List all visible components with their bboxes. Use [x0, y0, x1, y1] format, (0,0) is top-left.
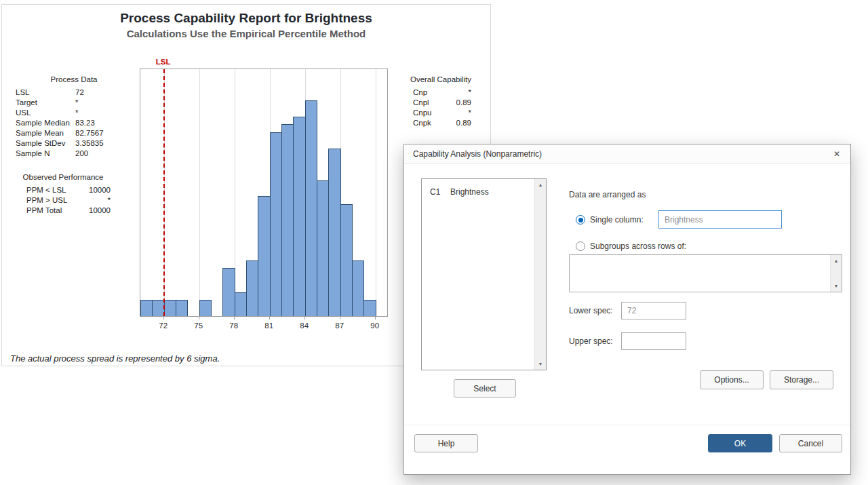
subgroups-label: Subgroups across rows of:	[590, 241, 686, 251]
stat-value: 200	[75, 149, 88, 159]
histogram-bar	[140, 300, 153, 316]
stat-row: Cnp*	[406, 88, 475, 98]
tick-label: 81	[264, 322, 273, 330]
stat-row: USL*	[16, 108, 132, 118]
subgroups-input[interactable]	[570, 255, 829, 292]
stat-value: *	[432, 108, 472, 118]
stat-label: USL	[16, 108, 75, 118]
lower-spec-label: Lower spec:	[569, 306, 613, 315]
histogram-bar	[328, 149, 340, 316]
footer-divider	[404, 425, 850, 425]
scroll-up-icon[interactable]: ▲	[535, 179, 546, 191]
single-column-radio[interactable]	[576, 215, 585, 225]
lower-spec-input[interactable]	[621, 302, 686, 319]
tick-label: 84	[300, 322, 309, 330]
process-data-header: Process Data	[16, 75, 132, 83]
histogram-bar	[293, 117, 305, 316]
single-column-input[interactable]	[658, 210, 782, 229]
scroll-up-icon[interactable]: ▲	[831, 255, 842, 267]
stat-value: 82.7567	[75, 128, 104, 138]
tick-label: 87	[335, 322, 344, 330]
histogram-bar	[340, 204, 353, 316]
gridline	[199, 69, 200, 316]
stat-value: 0.89	[429, 98, 471, 108]
overall-capability-rows: Cnp*Cnpl0.89Cnpu*Cnpk0.89	[406, 88, 475, 128]
dialog-titlebar[interactable]: Capability Analysis (Nonparametric)	[404, 144, 850, 163]
columns-list: C1Brightness	[422, 179, 546, 197]
stat-label: Sample StDev	[16, 138, 75, 149]
stat-label: Cnpl	[413, 98, 429, 108]
histogram-bar	[305, 100, 317, 316]
x-axis: 72757881848790	[140, 317, 388, 333]
overall-capability-panel: Overall Capability Cnp*Cnpl0.89Cnpu*Cnpk…	[406, 75, 475, 128]
overall-capability-header: Overall Capability	[406, 75, 475, 83]
histogram-bar	[270, 132, 282, 316]
cancel-button[interactable]: Cancel	[779, 434, 842, 452]
tick-mark	[304, 317, 305, 319]
columns-listbox[interactable]: C1Brightness ▲ ▼	[421, 178, 547, 370]
help-button[interactable]: Help	[414, 434, 478, 452]
report-subtitle: Calculations Use the Empirical Percentil…	[2, 28, 490, 39]
histogram-bar	[352, 260, 364, 316]
close-button[interactable]: ✕	[823, 144, 850, 163]
observed-performance-rows: PPM < LSL10000PPM > USL*PPM Total10000	[16, 185, 111, 216]
stat-row: PPM > USL*	[16, 195, 111, 206]
select-button[interactable]: Select	[454, 379, 516, 397]
scrollbar-track[interactable]	[535, 191, 546, 358]
spec-limit-line	[163, 69, 165, 316]
stat-label: PPM Total	[26, 206, 62, 216]
arranged-label: Data are arranged as	[569, 190, 646, 199]
capability-analysis-dialog: Capability Analysis (Nonparametric) ✕ C1…	[403, 144, 851, 475]
upper-spec-input[interactable]	[621, 332, 686, 350]
tick-mark	[199, 317, 199, 319]
stat-row: Sample StDev3.35835	[16, 138, 132, 149]
stat-value: 3.35835	[75, 138, 104, 149]
subgroups-radio[interactable]	[576, 241, 585, 251]
histogram-bar	[246, 260, 258, 316]
subgroups-scrollbar[interactable]: ▲ ▼	[830, 255, 842, 292]
tick-label: 75	[194, 322, 203, 330]
observed-performance-header: Observed Performance	[16, 173, 111, 181]
scrollbar-track[interactable]	[831, 267, 842, 280]
stat-value: *	[75, 108, 78, 118]
gridline	[376, 69, 376, 316]
stat-value: 0.89	[431, 118, 471, 128]
histogram-bar	[222, 268, 235, 316]
stat-label: Cnp	[413, 88, 427, 98]
stat-row: Target*	[16, 98, 132, 108]
tick-label: 90	[370, 322, 379, 330]
options-button[interactable]: Options...	[700, 370, 764, 389]
stat-label: Target	[16, 98, 75, 108]
tick-mark	[234, 317, 235, 319]
histogram-bar	[363, 300, 376, 316]
list-item[interactable]: C1Brightness	[422, 179, 546, 197]
upper-spec-label: Upper spec:	[569, 336, 613, 346]
stat-row: Cnpk0.89	[406, 118, 475, 128]
stat-row: PPM < LSL10000	[16, 185, 111, 195]
stat-label: Sample Median	[16, 118, 75, 128]
dialog-title: Capability Analysis (Nonparametric)	[404, 149, 542, 159]
scroll-down-icon[interactable]: ▼	[831, 280, 842, 292]
column-name: Brightness	[450, 187, 489, 197]
close-icon: ✕	[833, 149, 840, 159]
stat-row: Sample Mean82.7567	[16, 128, 132, 138]
histogram-bar	[281, 124, 294, 316]
storage-button[interactable]: Storage...	[770, 370, 833, 389]
process-data-panel: Process Data LSL72Target*USL*Sample Medi…	[16, 75, 132, 159]
stat-row: PPM Total10000	[16, 206, 111, 216]
stat-row: Cnpu*	[406, 108, 475, 118]
subgroups-box: ▲ ▼	[569, 254, 842, 292]
scroll-down-icon[interactable]: ▼	[535, 358, 546, 370]
tick-mark	[269, 317, 270, 319]
stat-value: *	[67, 195, 111, 206]
listbox-scrollbar[interactable]: ▲ ▼	[534, 179, 546, 370]
stat-value: *	[427, 88, 471, 98]
desktop: Process Capability Report for Brightness…	[0, 0, 868, 485]
histogram-bar	[317, 180, 329, 316]
histogram-plot	[140, 69, 388, 317]
histogram-bar	[235, 292, 247, 316]
column-id: C1	[430, 187, 450, 197]
histogram-bar	[176, 300, 188, 316]
ok-button[interactable]: OK	[708, 434, 772, 452]
stat-value: *	[75, 98, 78, 108]
